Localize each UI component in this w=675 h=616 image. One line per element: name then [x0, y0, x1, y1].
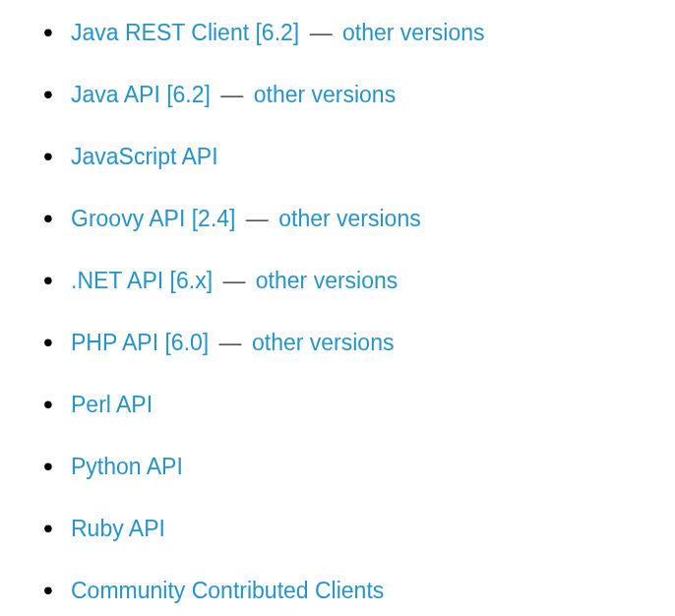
list-item: Ruby API — [39, 514, 636, 544]
list-item: Java API [6.2] — other versions — [39, 80, 636, 110]
other-versions-link[interactable]: other versions — [252, 330, 394, 355]
list-item: Community Contributed Clients — [39, 576, 636, 606]
other-versions-link[interactable]: other versions — [342, 20, 484, 45]
api-link-community-contributed-clients[interactable]: Community Contributed Clients — [71, 578, 384, 603]
api-client-list: Java REST Client [6.2] — other versions … — [39, 18, 636, 606]
separator: — — [220, 82, 243, 107]
separator: — — [310, 20, 333, 45]
list-item: Java REST Client [6.2] — other versions — [39, 18, 636, 48]
api-link-python-api[interactable]: Python API — [71, 454, 183, 479]
api-link-ruby-api[interactable]: Ruby API — [71, 516, 165, 541]
separator: — — [246, 206, 269, 231]
api-link-perl-api[interactable]: Perl API — [71, 392, 153, 417]
separator: — — [219, 330, 242, 355]
separator: — — [222, 268, 245, 293]
list-item: JavaScript API — [39, 142, 636, 172]
other-versions-link[interactable]: other versions — [254, 82, 396, 107]
list-item: Perl API — [39, 390, 636, 420]
api-link-php-api[interactable]: PHP API [6.0] — [71, 330, 209, 355]
api-link-java-api[interactable]: Java API [6.2] — [71, 82, 211, 107]
api-link-javascript-api[interactable]: JavaScript API — [71, 144, 218, 169]
api-link-java-rest-client[interactable]: Java REST Client [6.2] — [71, 20, 299, 45]
other-versions-link[interactable]: other versions — [278, 206, 420, 231]
list-item: Groovy API [2.4] — other versions — [39, 204, 636, 234]
list-item: PHP API [6.0] — other versions — [39, 328, 636, 358]
other-versions-link[interactable]: other versions — [256, 268, 398, 293]
list-item: .NET API [6.x] — other versions — [39, 266, 636, 296]
list-item: Python API — [39, 452, 636, 482]
api-link-groovy-api[interactable]: Groovy API [2.4] — [71, 206, 235, 231]
api-link-net-api[interactable]: .NET API [6.x] — [71, 268, 213, 293]
